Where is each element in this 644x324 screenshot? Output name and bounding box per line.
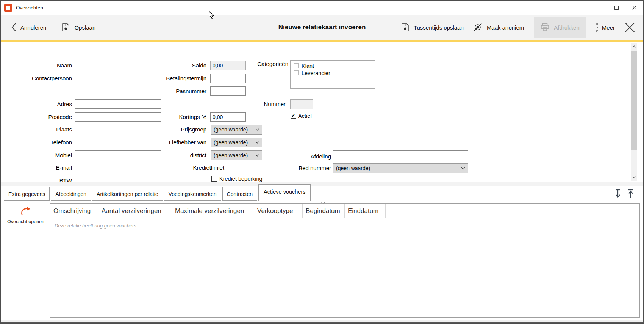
chevron-down-icon bbox=[255, 154, 259, 157]
kredietlimiet-input[interactable] bbox=[227, 163, 263, 172]
relation-form-panel: Naam Contactpersoon Adres Postcode Plaat… bbox=[1, 42, 643, 182]
tab-extra-gegevens[interactable]: Extra gegevens bbox=[4, 187, 50, 201]
postcode-label: Postcode bbox=[8, 112, 72, 122]
col-omschrijving[interactable]: Omschrijving bbox=[50, 204, 98, 218]
betalingstermijn-input[interactable] bbox=[210, 74, 246, 83]
klant-checkbox[interactable] bbox=[294, 63, 299, 68]
district-dropdown[interactable]: (geen waarde) bbox=[211, 150, 262, 160]
pasnummer-input[interactable] bbox=[210, 86, 246, 96]
district-value: (geen waarde) bbox=[214, 152, 248, 158]
title-bar: Overzichten bbox=[1, 1, 643, 15]
col-einddatum[interactable]: Einddatum bbox=[345, 204, 386, 218]
print-button[interactable]: Afdrukken bbox=[534, 17, 586, 38]
vouchers-table: Omschrijving Aantal verzilveringen Maxim… bbox=[50, 203, 640, 318]
expand-panel-down-icon[interactable] bbox=[614, 189, 621, 199]
betalingstermijn-label: Betalingstermijn bbox=[133, 74, 206, 83]
vouchers-table-header: Omschrijving Aantal verzilveringen Maxim… bbox=[50, 204, 639, 218]
interim-save-button[interactable]: Tussentijds opslaan bbox=[401, 23, 464, 32]
nummer-label: Nummer bbox=[228, 99, 286, 109]
col-aantal-verzilveringen[interactable]: Aantal verzilveringen bbox=[98, 204, 172, 218]
maximize-button[interactable] bbox=[608, 1, 625, 15]
contactpersoon-label: Contactpersoon bbox=[8, 74, 72, 83]
cancel-button[interactable]: Annuleren bbox=[11, 23, 46, 32]
chevron-up-icon bbox=[632, 45, 636, 48]
header-filler bbox=[386, 204, 639, 218]
bottom-tabstrip: Extra gegevens Afbeeldingen Artikelkorti… bbox=[1, 186, 643, 201]
sort-indicator-icon bbox=[320, 201, 326, 204]
make-anonymous-button[interactable]: Maak anoniem bbox=[473, 23, 524, 32]
afdeling-input[interactable] bbox=[333, 150, 468, 162]
minimize-button[interactable] bbox=[590, 1, 608, 15]
col-begindatum[interactable]: Begindatum bbox=[303, 204, 345, 218]
save-icon bbox=[401, 23, 410, 32]
btw-input[interactable] bbox=[75, 176, 161, 182]
actief-label: Actief bbox=[298, 113, 312, 119]
toolbar-right: Tussentijds opslaan Maak anoniem Afdrukk bbox=[401, 15, 635, 40]
tab-contracten[interactable]: Contracten bbox=[222, 187, 257, 201]
liefhebber-van-label: Liefhebber van bbox=[133, 138, 206, 147]
nummer-input bbox=[290, 99, 313, 109]
categorie-leverancier-item[interactable]: Leverancier bbox=[294, 69, 375, 77]
plaats-label: Plaats bbox=[8, 125, 72, 134]
prijsgroep-label: Prijsgroep bbox=[133, 125, 206, 135]
mobiel-label: Mobiel bbox=[8, 150, 72, 160]
save-button[interactable]: Opslaan bbox=[61, 23, 95, 32]
btw-label: BTW bbox=[8, 176, 72, 182]
app-window: Overzichten Annuleren bbox=[0, 0, 644, 324]
cancel-label: Annuleren bbox=[20, 24, 46, 31]
panel-divider bbox=[1, 182, 643, 186]
collapse-panel-up-icon[interactable] bbox=[627, 189, 634, 199]
col-maximale-verzilveringen[interactable]: Maximale verzilveringen bbox=[172, 204, 254, 218]
chevron-left-icon bbox=[11, 23, 16, 32]
adres-input[interactable] bbox=[75, 99, 161, 109]
categorie-klant-item[interactable]: Klant bbox=[294, 62, 375, 69]
vouchers-panel: Overzicht openen Omschrijving Aantal ver… bbox=[1, 201, 643, 320]
krediet-beperking-checkbox[interactable] bbox=[211, 176, 217, 182]
printer-icon bbox=[540, 23, 550, 32]
chevron-down-icon bbox=[461, 167, 465, 170]
toolbar-left: Annuleren Opslaan bbox=[11, 15, 95, 40]
window-controls bbox=[590, 1, 643, 15]
krediet-beperking-label: Krediet beperking bbox=[219, 176, 263, 182]
tab-artikelkortingen-per-relatie[interactable]: Artikelkortingen per relatie bbox=[92, 187, 163, 201]
prijsgroep-value: (geen waarde) bbox=[214, 127, 248, 133]
scroll-up-button[interactable] bbox=[631, 43, 637, 50]
adres-label: Adres bbox=[8, 99, 72, 109]
open-overview-label: Overzicht openen bbox=[7, 219, 44, 224]
interim-save-label: Tussentijds opslaan bbox=[414, 24, 464, 31]
scrollbar-thumb[interactable] bbox=[631, 51, 637, 150]
open-overview-button[interactable]: Overzicht openen bbox=[4, 206, 48, 224]
bed-nummer-dropdown[interactable]: (geen waarde) bbox=[333, 163, 468, 173]
actief-checkbox[interactable] bbox=[291, 113, 296, 119]
more-label: Meer bbox=[602, 24, 615, 31]
pasnummer-label: Pasnummer bbox=[133, 86, 206, 96]
close-page-button[interactable] bbox=[625, 22, 635, 33]
categorieen-listbox[interactable]: Klant Leverancier bbox=[290, 60, 375, 89]
col-verkooptype[interactable]: Verkooptype bbox=[254, 204, 303, 218]
close-window-button[interactable] bbox=[625, 1, 643, 15]
district-label: district bbox=[133, 150, 206, 160]
print-label: Afdrukken bbox=[554, 24, 580, 31]
bed-nummer-label: Bed nummer bbox=[266, 163, 331, 173]
kortings-input[interactable] bbox=[210, 112, 246, 122]
telefoon-label: Telefoon bbox=[8, 138, 72, 147]
close-icon bbox=[632, 6, 636, 10]
kortings-label: Kortings % bbox=[133, 112, 206, 122]
window-title: Overzichten bbox=[16, 5, 43, 11]
liefhebber-van-dropdown[interactable]: (geen waarde) bbox=[211, 138, 262, 147]
scroll-down-button[interactable] bbox=[631, 174, 637, 181]
naam-label: Naam bbox=[8, 61, 72, 70]
leverancier-checkbox[interactable] bbox=[294, 70, 299, 75]
more-button[interactable]: Meer bbox=[596, 23, 615, 32]
afdeling-label: Afdeling bbox=[266, 150, 331, 162]
form-scrollbar[interactable] bbox=[631, 43, 637, 181]
tab-actieve-vouchers[interactable]: Actieve vouchers bbox=[258, 184, 311, 201]
prijsgroep-dropdown[interactable]: (geen waarde) bbox=[211, 125, 262, 135]
save-icon bbox=[61, 23, 70, 32]
eye-off-icon bbox=[473, 23, 483, 32]
bed-nummer-value: (geen waarde) bbox=[336, 165, 370, 171]
tab-afbeeldingen[interactable]: Afbeeldingen bbox=[51, 187, 91, 201]
tab-voedingskenmerken[interactable]: Voedingskenmerken bbox=[164, 187, 221, 201]
kredietlimiet-label: Kredietlimiet bbox=[133, 163, 224, 172]
make-anonymous-label: Maak anoniem bbox=[487, 24, 524, 31]
